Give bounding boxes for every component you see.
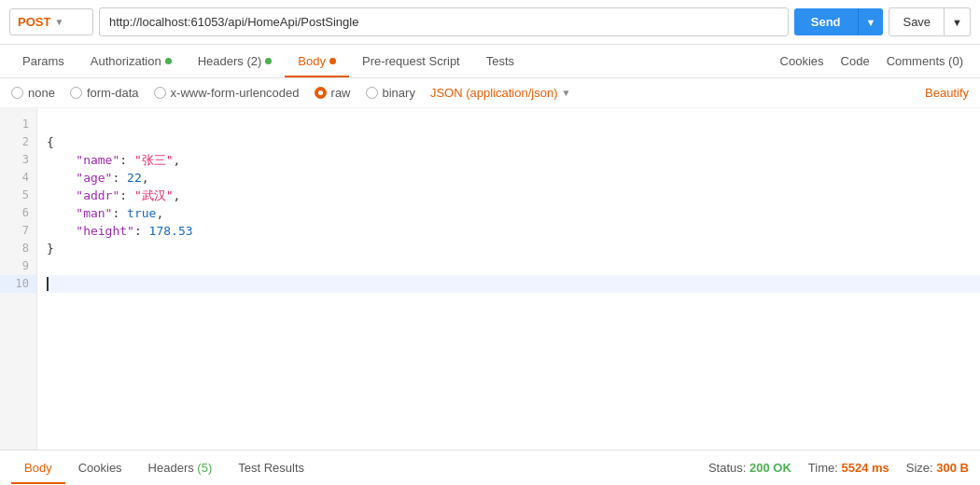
headers-dot [265, 58, 272, 64]
bottom-tab-cookies[interactable]: Cookies [65, 451, 135, 484]
method-selector[interactable]: POST ▼ [9, 8, 93, 35]
radio-none[interactable]: none [11, 86, 55, 100]
radio-form-data-label: form-data [87, 86, 139, 100]
radio-raw-label: raw [331, 86, 351, 100]
radio-url-encoded[interactable]: x-www-form-urlencoded [154, 86, 300, 100]
tab-comments-right[interactable]: Comments (0) [879, 45, 971, 77]
code-line-5: "addr": "武汉", [47, 187, 980, 204]
send-btn-group: Send ▼ [794, 8, 884, 35]
tab-cookies-right[interactable]: Cookies [773, 45, 832, 77]
radio-binary[interactable]: binary [366, 86, 415, 100]
size-label-text: Size: [906, 461, 933, 475]
size-label: Size: 300 B [906, 461, 969, 475]
tab-headers-label: Headers (2) [198, 54, 262, 68]
radio-binary-circle [366, 87, 378, 99]
time-label: Time: 5524 ms [808, 461, 889, 475]
tab-body[interactable]: Body [285, 45, 349, 77]
radio-binary-label: binary [383, 86, 415, 100]
line-num-6: 6 [0, 204, 36, 222]
radio-form-data-circle [70, 87, 82, 99]
authorization-dot [165, 58, 172, 64]
code-line-7: "height": 178.53 [47, 222, 980, 240]
json-type-label: JSON (application/json) [430, 86, 558, 100]
bottom-tab-cookies-label: Cookies [78, 461, 122, 475]
code-line-6: "man": true, [47, 204, 980, 222]
radio-raw-circle [315, 87, 327, 99]
time-label-text: Time: [808, 461, 838, 475]
code-line-4: "age": 22, [47, 169, 980, 187]
tab-authorization-label: Authorization [91, 54, 161, 68]
size-value: 300 B [936, 461, 969, 475]
body-dot [329, 58, 336, 64]
tab-authorization[interactable]: Authorization [77, 45, 185, 77]
tab-pre-request[interactable]: Pre-request Script [349, 45, 473, 77]
url-input[interactable] [99, 7, 789, 36]
radio-none-circle [11, 87, 23, 99]
time-value: 5524 ms [841, 461, 889, 475]
code-line-3: "name": "张三", [47, 151, 980, 169]
tab-params[interactable]: Params [9, 45, 77, 77]
code-editor[interactable]: 1 2 3 4 5 6 7 8 9 10 { "name": "张三", "ag… [0, 108, 980, 450]
code-line-8: } [47, 240, 980, 257]
radio-url-encoded-label: x-www-form-urlencoded [171, 86, 300, 100]
line-num-5: 5 [0, 187, 36, 204]
line-num-2: 2 [0, 133, 36, 151]
status-info: Status: 200 OK Time: 5524 ms Size: 300 B [708, 461, 969, 475]
tab-tests[interactable]: Tests [473, 45, 527, 77]
bottom-tab-headers-label: Headers (5) [148, 461, 213, 475]
json-type-select[interactable]: JSON (application/json) ▼ [430, 86, 570, 100]
code-line-9 [47, 257, 980, 275]
tab-pre-request-label: Pre-request Script [362, 54, 460, 68]
save-button[interactable]: Save [889, 7, 945, 36]
save-btn-group: Save ▼ [889, 7, 971, 36]
tab-code-right[interactable]: Code [833, 45, 877, 77]
radio-url-encoded-circle [154, 87, 166, 99]
line-num-9: 9 [0, 257, 36, 275]
method-label: POST [18, 15, 50, 29]
bottom-tab-body-label: Body [24, 461, 52, 475]
bottom-tabs: Body Cookies Headers (5) Test Results [11, 451, 317, 484]
radio-none-label: none [28, 86, 55, 100]
line-num-4: 4 [0, 169, 36, 187]
line-numbers: 1 2 3 4 5 6 7 8 9 10 [0, 108, 37, 450]
beautify-button[interactable]: Beautify [925, 86, 969, 100]
radio-form-data[interactable]: form-data [70, 86, 139, 100]
line-num-8: 8 [0, 240, 36, 257]
method-chevron-icon: ▼ [54, 17, 63, 27]
tabs-right: Cookies Code Comments (0) [773, 45, 971, 77]
send-dropdown-button[interactable]: ▼ [858, 8, 884, 35]
body-options-row: none form-data x-www-form-urlencoded raw… [0, 78, 980, 108]
status-label: Status: 200 OK [708, 461, 791, 475]
bottom-tab-test-results[interactable]: Test Results [225, 451, 317, 484]
json-type-chevron-icon: ▼ [561, 88, 570, 98]
tab-params-label: Params [22, 54, 64, 68]
code-content[interactable]: { "name": "张三", "age": 22, "addr": "武汉",… [37, 108, 980, 450]
bottom-tab-headers[interactable]: Headers (5) [135, 451, 226, 484]
line-num-1: 1 [0, 116, 36, 133]
tabs-row: Params Authorization Headers (2) Body Pr… [0, 45, 980, 78]
status-value: 200 OK [749, 461, 791, 475]
tab-body-label: Body [298, 54, 326, 68]
radio-raw[interactable]: raw [315, 86, 351, 100]
send-button[interactable]: Send [794, 8, 858, 35]
save-dropdown-button[interactable]: ▼ [945, 7, 971, 36]
code-line-1 [47, 116, 980, 133]
line-num-3: 3 [0, 151, 36, 169]
line-num-10: 10 [0, 275, 36, 293]
bottom-tab-body[interactable]: Body [11, 451, 65, 484]
bottom-tab-test-results-label: Test Results [238, 461, 304, 475]
tab-tests-label: Tests [486, 54, 514, 68]
top-bar: POST ▼ Send ▼ Save ▼ [0, 0, 980, 45]
tab-headers[interactable]: Headers (2) [185, 45, 286, 77]
line-num-7: 7 [0, 222, 36, 240]
code-line-10 [47, 275, 980, 293]
status-label-text: Status: [708, 461, 746, 475]
code-line-2: { [47, 133, 980, 151]
bottom-bar: Body Cookies Headers (5) Test Results St… [0, 450, 980, 485]
